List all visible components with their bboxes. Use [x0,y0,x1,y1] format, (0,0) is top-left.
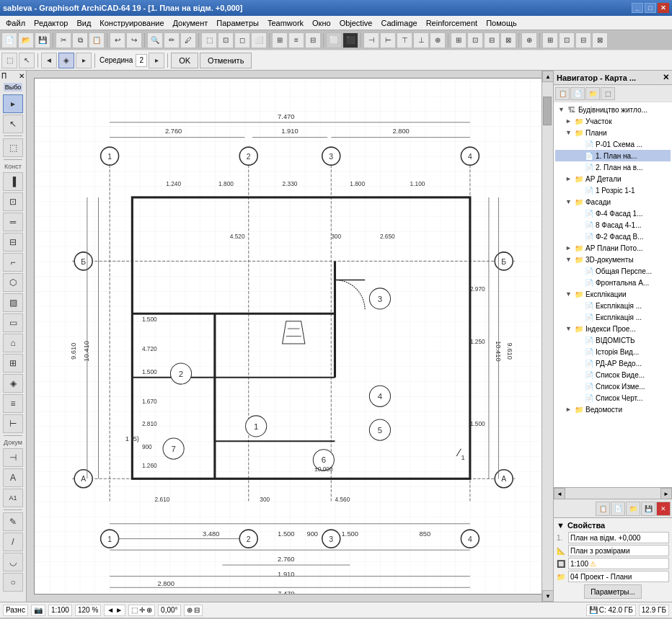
tb2-mode-next[interactable]: ▸ [149,53,164,68]
nav-bottom-open[interactable]: 📄 [611,502,625,516]
tree-item-ucastok[interactable]: ► 📁 Участок [555,115,671,127]
nav-bottom-folder[interactable]: 📁 [626,502,640,516]
tree-item-ar-plani[interactable]: ► 📁 АР Плани Пото... [555,242,671,254]
tb2-back[interactable]: ◄ [41,53,57,68]
tree-item-expl1[interactable]: 📄 Екcплікація ... [555,300,671,311]
tree-item-r01[interactable]: 📄 Р-01 Схема ... [555,138,671,150]
menu-view[interactable]: Вид [72,17,95,29]
tb-dim2[interactable]: ⊢ [380,32,396,48]
tb-redo[interactable]: ↪ [126,32,142,48]
menu-window[interactable]: Окно [308,17,335,29]
tree-item-spizm[interactable]: 📄 Список Изме... [555,380,671,392]
tb-3d3[interactable]: ⊟ [484,32,500,48]
tb-pen2[interactable]: 🖊 [180,32,196,48]
tb2-arrow2[interactable]: ↖ [19,53,35,68]
tree-item-eksplik[interactable]: ▼ 📁 Експлікации [555,288,671,300]
tb-select3[interactable]: ◻ [234,32,250,48]
scroll-up-button[interactable]: ▲ [542,71,553,82]
tool-column[interactable]: ⊡ [3,192,23,211]
ok-button[interactable]: OK [171,53,198,68]
tool-marquee[interactable]: ⬚ [3,138,23,157]
nav-left-icon[interactable]: ◄ [107,606,114,614]
tree-item-plan2[interactable]: 📄 2. План на в... [555,161,671,173]
menu-file[interactable]: Файл [1,17,30,29]
menu-construct[interactable]: Конструирование [95,17,168,29]
scroll-track[interactable] [542,82,553,590]
tb-nav4[interactable]: ⊠ [592,32,608,48]
tree-item-spchert[interactable]: 📄 Список Черт... [555,392,671,404]
nav-bottom-save[interactable]: 💾 [641,502,655,516]
tool-draw[interactable]: ✎ [3,512,23,531]
canvas-area[interactable]: 7.470 2.760 1.910 2.800 1 2 3 4 [27,71,553,602]
status-scale[interactable]: 1:100 [48,605,72,616]
tool-dim[interactable]: ⊣ [3,448,23,467]
tool-select[interactable]: ▸ [3,94,23,113]
tb-dim5[interactable]: ⊕ [430,32,446,48]
tb-open[interactable]: 📂 [18,32,34,48]
tool-label[interactable]: A1 [3,489,23,507]
tool-beam[interactable]: ═ [3,213,23,231]
menu-objective[interactable]: Objective [335,17,377,29]
nav-btn-folder[interactable]: 📁 [585,87,600,100]
tb-undo[interactable]: ↩ [110,32,125,48]
tb2-arrow1[interactable]: ⬚ [1,53,17,68]
scroll-down-button[interactable]: ▼ [542,590,553,602]
tool-arc[interactable]: ◡ [3,553,23,571]
scroll-thumb[interactable] [543,97,552,125]
nav-scroll-area[interactable]: ◄ ► [554,487,672,499]
tb-nav3[interactable]: ⊟ [575,32,591,48]
tool-line[interactable]: / [3,533,23,551]
tree-item-vedomosti[interactable]: ► 📁 Ведомости [555,404,671,415]
tree-item-plan1[interactable]: 📄 1. План на... [555,150,671,161]
tb-save[interactable]: 💾 [35,32,50,48]
menu-reinforcement[interactable]: Reinforcement [422,17,482,29]
tb-dim1[interactable]: ⊣ [363,32,379,48]
tb-dim4[interactable]: ⊥ [413,32,429,48]
tree-item-f2[interactable]: 📄 Ф-2 Фасад В... [555,231,671,242]
menu-help[interactable]: Помощь [482,17,521,29]
tool-morph[interactable]: ◈ [3,374,23,393]
tb-select1[interactable]: ⬚ [201,32,217,48]
tb2-forward[interactable]: ◈ [58,53,74,68]
tb-3d4[interactable]: ⊠ [500,32,516,48]
tree-item-plani[interactable]: ▼ 📁 Плани [555,127,671,138]
tree-item-spvid[interactable]: 📄 Список Виде... [555,369,671,380]
tb-select4[interactable]: ⬜ [251,32,267,48]
menu-cadimage[interactable]: Cadimage [376,17,421,29]
tool-door[interactable]: ⌐ [3,253,23,272]
tb2-arrow3[interactable]: ▸ [76,53,92,68]
tb-nav2[interactable]: ⊡ [559,32,575,48]
minimize-button[interactable]: _ [632,3,643,13]
tool-slab[interactable]: ▭ [3,313,23,332]
tb-3d1[interactable]: ⊞ [451,32,467,48]
tb-copy[interactable]: ⧉ [72,32,88,48]
tree-item-rd[interactable]: 📄 РД-АР Ведо... [555,357,671,369]
nav-btn-view[interactable]: ⬚ [601,87,615,100]
tb-cut[interactable]: ✂ [56,32,71,48]
nav-bottom-new[interactable]: 📋 [596,502,610,516]
tb-extra[interactable]: ⊕ [521,32,537,48]
nav-right-icon[interactable]: ► [115,606,123,614]
tree-item-indeksy[interactable]: ▼ 📁 Індекси Прое... [555,323,671,334]
menu-teamwork[interactable]: Teamwork [263,17,308,29]
tb-nav1[interactable]: ⊞ [542,32,558,48]
tree-item-building[interactable]: ▼ 🏗 Будівництво житло... [555,104,671,115]
tb-view1[interactable]: ⊞ [272,32,288,48]
tool-object[interactable]: ⬡ [3,273,23,292]
tree-item-ar-detail[interactable]: ► 📁 АР Детали [555,173,671,184]
tool-arrow[interactable]: ↖ [3,115,23,133]
tb-dim3[interactable]: ⊤ [397,32,412,48]
tree-item-3d[interactable]: ▼ 📁 3D-документы [555,254,671,265]
left-panel-close[interactable]: ✕ [19,72,25,80]
tb-paste[interactable]: 📋 [89,32,105,48]
tool-stair[interactable]: ≡ [3,394,23,413]
left-panel-float[interactable]: Выбо [4,83,23,92]
tb-view2[interactable]: ≡ [288,32,304,48]
tree-item-razrez[interactable]: 📄 1 Розріс 1-1 [555,184,671,196]
cancel-button[interactable]: Отменить [200,53,252,68]
params-button[interactable]: Параметры... [584,584,642,599]
tb-3d2[interactable]: ⊡ [467,32,483,48]
tool-circle[interactable]: ○ [3,573,23,592]
tool-mesh[interactable]: ⊞ [3,354,23,373]
nav-scroll-left[interactable]: ◄ [554,488,565,499]
